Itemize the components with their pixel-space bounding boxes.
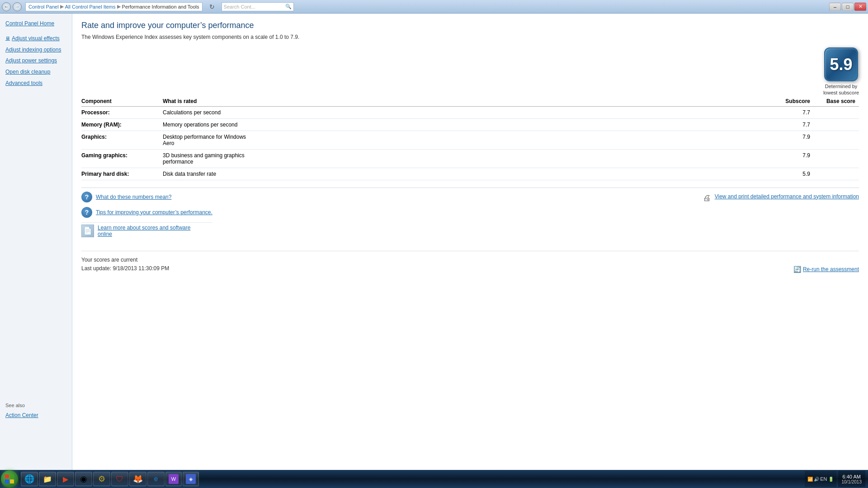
sidebar-item-adjust-indexing[interactable]: Adjust indexing options: [0, 44, 72, 56]
what-rated-cell: 3D business and gaming graphicsperforman…: [163, 149, 769, 168]
subscore-cell: 7.7: [769, 106, 814, 118]
start-button[interactable]: [1, 470, 18, 488]
table-row: Graphics: Desktop performance for Window…: [81, 131, 859, 149]
media-icon: ▶: [60, 474, 71, 484]
last-update-text: Last update: 9/18/2013 11:30:09 PM: [81, 264, 169, 273]
print-icon: 🖨: [703, 193, 711, 203]
search-icon: 🔍: [285, 4, 292, 9]
sidebar-item-advanced-tools[interactable]: Advanced tools: [0, 78, 72, 89]
minimize-button[interactable]: –: [829, 3, 841, 11]
sidebar-item-open-disk-cleanup[interactable]: Open disk cleanup: [0, 66, 72, 78]
taskbar-explorer-button[interactable]: 📁: [39, 472, 56, 486]
ie-icon: 🌐: [24, 474, 35, 484]
see-also-action-center[interactable]: Action Center: [5, 410, 66, 421]
svg-rect-0: [5, 474, 9, 479]
close-button[interactable]: ✕: [854, 3, 866, 11]
breadcrumb-all-items[interactable]: All Control Panel Items: [65, 4, 116, 9]
breadcrumb-sep-2: ▶: [117, 4, 121, 9]
learn-more-link[interactable]: Learn more about scores and softwareonli…: [98, 225, 190, 237]
address-bar: Control Panel ▶ All Control Panel Items …: [25, 0, 294, 13]
main-window: ← → Control Panel ▶ All Control Panel It…: [0, 0, 868, 488]
explorer-icon: 📁: [42, 474, 53, 484]
last-update-label: Last update:: [81, 265, 111, 272]
sidebar-item-adjust-power[interactable]: Adjust power settings: [0, 55, 72, 66]
tips-improving-link[interactable]: Tips for improving your computer’s perfo…: [96, 209, 212, 216]
see-also-title: See also: [5, 403, 66, 408]
view-print-link[interactable]: View and print detailed performance and …: [715, 193, 859, 200]
help-icon-2: ?: [81, 207, 92, 218]
taskbar-media-button[interactable]: ▶: [57, 472, 74, 486]
adjust-visual-effects-icon: 🖥: [5, 35, 10, 42]
what-rated-cell: Memory operations per second: [163, 118, 769, 131]
subscore-cell: 5.9: [769, 168, 814, 180]
basescore-cell: [814, 131, 859, 149]
score-table: Component What is rated Subscore Base sc…: [81, 96, 859, 180]
component-label: Graphics:: [81, 134, 107, 140]
what-rated-cell: Desktop performance for WindowsAero: [163, 131, 769, 149]
score-value: 5.9: [830, 55, 853, 74]
help-item-tips: ? Tips for improving your computer’s per…: [81, 207, 212, 218]
title-bar-left: ← → Control Panel ▶ All Control Panel It…: [2, 0, 294, 13]
component-label: Processor:: [81, 109, 110, 116]
taskbar-app9-button[interactable]: ◈: [183, 472, 199, 486]
taskbar-firefox-button[interactable]: 🦊: [129, 472, 146, 486]
ie2-icon: e: [151, 474, 161, 484]
status-text: Your scores are current Last update: 9/1…: [81, 256, 169, 273]
window-controls: – □ ✕: [829, 3, 866, 11]
breadcrumb-sep-1: ▶: [60, 4, 64, 9]
app9-icon: ◈: [186, 474, 196, 484]
taskbar-ie2-button[interactable]: e: [147, 472, 165, 486]
score-badge-area: 5.9 Determined bylowest subscore: [823, 47, 859, 96]
firefox-icon: 🦊: [132, 474, 143, 484]
what-rated-cell: Disk data transfer rate: [163, 168, 769, 180]
clock-time: 6:40 AM: [842, 474, 862, 479]
refresh-button[interactable]: ↻: [208, 3, 216, 10]
sidebar-item-adjust-visual-effects[interactable]: 🖥 Adjust visual effects: [0, 33, 72, 44]
taskbar: 🌐 📁 ▶ ◉ ⚙ 🛡 🦊 e W ◈ 📶: [0, 470, 868, 488]
breadcrumb-control-panel[interactable]: Control Panel: [28, 4, 59, 9]
table-row: Processor: Calculations per second 7.7: [81, 106, 859, 118]
online-item: 📄 Learn more about scores and softwareon…: [81, 222, 212, 237]
chrome-icon: ◉: [78, 474, 89, 484]
component-label: Gaming graphics:: [81, 152, 127, 159]
rerun-icon: 🔄: [793, 266, 801, 273]
what-numbers-mean-link[interactable]: What do these numbers mean?: [96, 194, 171, 200]
app6-icon: 🛡: [114, 474, 125, 484]
forward-button[interactable]: →: [13, 2, 22, 11]
taskbar-chrome-button[interactable]: ◉: [75, 472, 92, 486]
tray-network-icon: 📶: [807, 477, 813, 482]
maximize-button[interactable]: □: [842, 3, 854, 11]
sidebar: Control Panel Home 🖥 Adjust visual effec…: [0, 14, 72, 470]
address-path[interactable]: Control Panel ▶ All Control Panel Items …: [25, 2, 203, 11]
back-button[interactable]: ←: [2, 2, 11, 11]
document-icon: 📄: [83, 226, 92, 235]
basescore-cell: [814, 106, 859, 118]
online-icon: 📄: [81, 225, 94, 237]
taskbar-app6-button[interactable]: 🛡: [111, 472, 128, 486]
sidebar-item-control-panel-home[interactable]: Control Panel Home: [0, 18, 72, 29]
subscore-cell: 7.9: [769, 131, 814, 149]
content-area: Control Panel Home 🖥 Adjust visual effec…: [0, 14, 868, 470]
basescore-cell: [814, 149, 859, 168]
taskbar-app8-button[interactable]: W: [165, 472, 182, 486]
help-links-left: ? What do these numbers mean? ? Tips for…: [81, 192, 212, 242]
tray-volume-icon: 🔊: [814, 477, 819, 482]
col-subscore: Subscore: [769, 96, 814, 107]
subscore-cell: 7.7: [769, 118, 814, 131]
taskbar-ie-button[interactable]: 🌐: [21, 472, 38, 486]
app8-icon: W: [169, 474, 179, 484]
search-box[interactable]: Search Cont... 🔍: [222, 2, 294, 11]
col-what-rated: What is rated: [163, 96, 769, 107]
clock-area[interactable]: 6:40 AM 10/1/2013: [838, 471, 866, 487]
windows-logo-icon: [5, 474, 14, 484]
tray-lang-icon: EN: [820, 476, 827, 482]
subscore-cell: 7.9: [769, 149, 814, 168]
app5-icon: ⚙: [96, 474, 107, 484]
page-subtitle: The Windows Experience Index assesses ke…: [81, 34, 859, 40]
taskbar-app5-button[interactable]: ⚙: [93, 472, 110, 486]
component-label: Primary hard disk:: [81, 171, 129, 177]
tray-battery-icon: 🔋: [828, 477, 834, 482]
col-basescore: Base score: [814, 96, 859, 107]
rerun-assessment-link[interactable]: Re-run the assessment: [803, 266, 859, 272]
main-content: Rate and improve your computer’s perform…: [72, 14, 868, 470]
